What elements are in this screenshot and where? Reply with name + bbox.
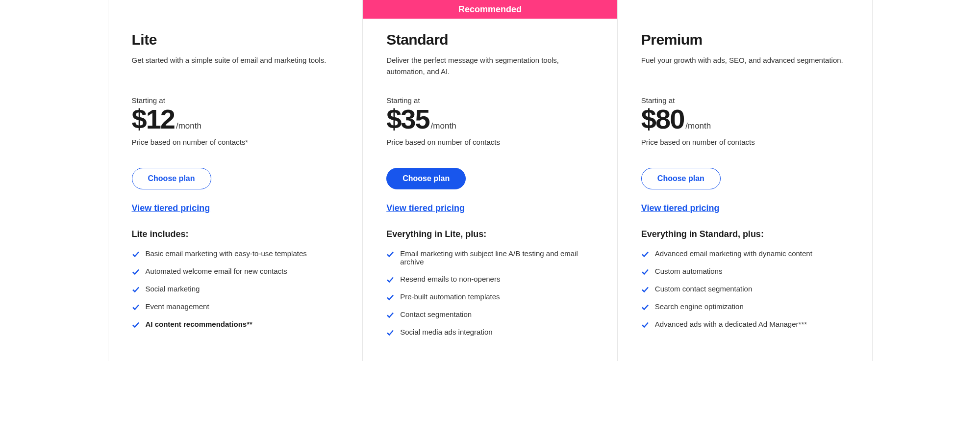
choose-plan-button[interactable]: Choose plan <box>386 168 466 189</box>
plan-description: Fuel your growth with ads, SEO, and adva… <box>641 55 849 79</box>
feature-item: Social media ads integration <box>386 328 594 337</box>
feature-item: Social marketing <box>132 285 339 293</box>
feature-item: Resend emails to non-openers <box>386 275 594 284</box>
feature-item: Email marketing with subject line A/B te… <box>386 249 594 266</box>
feature-text: Advanced email marketing with dynamic co… <box>655 249 812 258</box>
price-suffix: /month <box>685 121 711 131</box>
plan-price: $80 <box>641 105 684 133</box>
includes-heading: Lite includes: <box>132 229 339 239</box>
feature-text: Pre-built automation templates <box>400 292 500 301</box>
check-icon <box>132 321 140 329</box>
feature-item: Custom automations <box>641 267 849 276</box>
choose-plan-button[interactable]: Choose plan <box>132 168 211 189</box>
feature-text: Search engine optimization <box>655 302 744 311</box>
feature-text: Custom contact segmentation <box>655 285 752 293</box>
price-row: $12 /month <box>132 105 339 133</box>
feature-item: Advanced email marketing with dynamic co… <box>641 249 849 258</box>
plan-card-standard: Recommended Standard Deliver the perfect… <box>363 0 618 361</box>
includes-heading: Everything in Standard, plus: <box>641 229 849 239</box>
check-icon <box>132 286 140 293</box>
plan-card-premium: Premium Fuel your growth with ads, SEO, … <box>618 0 872 361</box>
feature-list: Advanced email marketing with dynamic co… <box>641 249 849 329</box>
check-icon <box>641 268 649 276</box>
check-icon <box>132 250 140 258</box>
plan-card-lite: Lite Get started with a simple suite of … <box>108 0 363 361</box>
price-note: Price based on number of contacts <box>386 138 594 146</box>
check-icon <box>641 286 649 293</box>
feature-item: Automated welcome email for new contacts <box>132 267 339 276</box>
feature-text: Email marketing with subject line A/B te… <box>400 249 594 266</box>
feature-item: Event management <box>132 302 339 311</box>
price-row: $35 /month <box>386 105 594 133</box>
feature-text: AI content recommendations** <box>146 320 252 328</box>
plan-title: Lite <box>132 31 339 48</box>
feature-text: Advanced ads with a dedicated Ad Manager… <box>655 320 807 328</box>
feature-text: Automated welcome email for new contacts <box>146 267 287 275</box>
pricing-grid: Lite Get started with a simple suite of … <box>108 0 873 361</box>
check-icon <box>641 250 649 258</box>
plan-price: $35 <box>386 105 429 133</box>
feature-item: AI content recommendations** <box>132 320 339 329</box>
feature-item: Custom contact segmentation <box>641 285 849 293</box>
feature-item: Contact segmentation <box>386 310 594 319</box>
view-tiered-pricing-link[interactable]: View tiered pricing <box>386 203 465 213</box>
feature-text: Custom automations <box>655 267 723 275</box>
price-suffix: /month <box>431 121 456 131</box>
price-row: $80 /month <box>641 105 849 133</box>
feature-item: Advanced ads with a dedicated Ad Manager… <box>641 320 849 329</box>
plan-title: Standard <box>386 31 594 48</box>
feature-item: Pre-built automation templates <box>386 292 594 301</box>
feature-item: Search engine optimization <box>641 302 849 311</box>
banner-spacer <box>108 0 363 19</box>
price-note: Price based on number of contacts* <box>132 138 339 146</box>
feature-text: Social marketing <box>146 285 200 293</box>
view-tiered-pricing-link[interactable]: View tiered pricing <box>641 203 720 213</box>
feature-list: Email marketing with subject line A/B te… <box>386 249 594 337</box>
check-icon <box>386 311 394 319</box>
price-suffix: /month <box>176 121 201 131</box>
price-note: Price based on number of contacts <box>641 138 849 146</box>
feature-text: Basic email marketing with easy-to-use t… <box>146 249 307 258</box>
recommended-banner: Recommended <box>363 0 617 19</box>
check-icon <box>641 303 649 311</box>
includes-heading: Everything in Lite, plus: <box>386 229 594 239</box>
check-icon <box>386 276 394 284</box>
check-icon <box>386 250 394 258</box>
check-icon <box>132 268 140 276</box>
plan-price: $12 <box>132 105 175 133</box>
plan-description: Deliver the perfect message with segment… <box>386 55 594 79</box>
feature-text: Contact segmentation <box>400 310 472 318</box>
choose-plan-button[interactable]: Choose plan <box>641 168 721 189</box>
check-icon <box>132 303 140 311</box>
plan-description: Get started with a simple suite of email… <box>132 55 339 79</box>
feature-text: Resend emails to non-openers <box>400 275 500 283</box>
feature-item: Basic email marketing with easy-to-use t… <box>132 249 339 258</box>
check-icon <box>641 321 649 329</box>
feature-text: Event management <box>146 302 209 311</box>
plan-title: Premium <box>641 31 849 48</box>
feature-list: Basic email marketing with easy-to-use t… <box>132 249 339 329</box>
view-tiered-pricing-link[interactable]: View tiered pricing <box>132 203 210 213</box>
banner-spacer <box>618 0 872 19</box>
check-icon <box>386 329 394 337</box>
feature-text: Social media ads integration <box>400 328 492 336</box>
check-icon <box>386 293 394 301</box>
